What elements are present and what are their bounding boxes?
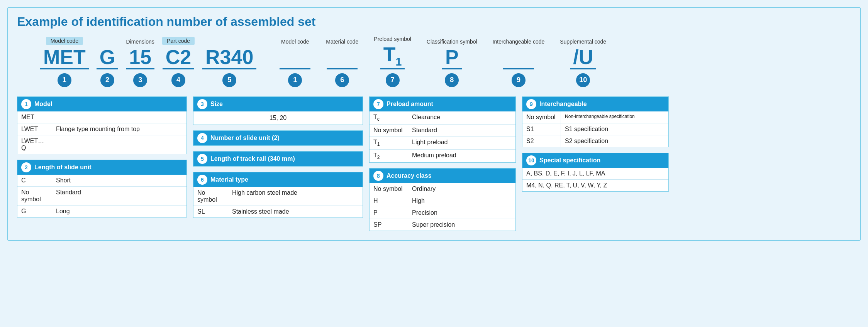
table-slide-unit-title: Number of slide unit (2)	[210, 135, 280, 142]
table-row: No symbol High carbon steel made	[193, 187, 363, 206]
table-row: G Long	[17, 206, 186, 217]
table-accuracy-body: No symbol Ordinary H High P Precision SP…	[370, 183, 515, 231]
table-model-num: 1	[21, 99, 31, 109]
diag-group-supplemental: Supplemental code /U 10	[560, 39, 606, 87]
table-length-num: 2	[21, 162, 31, 172]
table-interchangeable-header: 9 Interchangeable	[522, 97, 668, 111]
table-cell: Ordinary	[408, 183, 515, 195]
table-track-rail: 5 Length of track rail (340 mm)	[193, 151, 363, 167]
table-row: No symbol Standard	[370, 125, 515, 137]
diag-label-classification-symbol: Classification symbol	[427, 39, 477, 45]
table-cell: MET	[17, 111, 52, 123]
outer-box: Example of identification number of asse…	[7, 7, 861, 241]
diag-num-8: 8	[445, 73, 459, 87]
diag-group-modelcode2: Model code 1	[280, 39, 310, 87]
table-special-num: 10	[526, 155, 536, 165]
table-size-header: 3 Size	[193, 97, 363, 111]
table-preload-title: Preload amount	[387, 101, 433, 108]
table-cell: No symbol	[193, 187, 228, 206]
diagram: Model code MET 1 G 2 Dimensions 15 3 Par…	[17, 36, 851, 87]
table-length-title: Length of slide unit	[34, 164, 92, 171]
diag-label-dimensions: Dimensions	[126, 39, 154, 45]
table-cell: S2	[522, 135, 561, 147]
table-cell: Flange type mounting from top	[52, 123, 186, 135]
diag-num-3: 3	[133, 73, 147, 87]
diag-num-2: 2	[100, 73, 114, 87]
table-cell: Medium preload	[408, 150, 515, 162]
table-row: No symbol Non-interchangeable specificat…	[522, 111, 668, 123]
table-accuracy-title: Accuracy class	[387, 172, 432, 179]
diag-group-c2: Part code C2 4	[162, 37, 195, 87]
diag-label-model-code: Model code	[46, 37, 83, 45]
table-cell: Precision	[408, 207, 515, 219]
table-interchangeable-body: No symbol Non-interchangeable specificat…	[522, 111, 668, 147]
table-accuracy: 8 Accuracy class No symbol Ordinary H Hi…	[369, 168, 516, 231]
table-preload: 7 Preload amount Tc Clearance No symbol …	[369, 96, 516, 163]
table-track-rail-num: 5	[197, 154, 207, 164]
table-row: LWET Flange type mounting from top	[17, 123, 186, 135]
table-model-title: Model	[34, 101, 52, 108]
diag-code-t1: T1	[380, 44, 405, 69]
table-slide-unit-num: 4	[197, 133, 207, 143]
table-row: No symbol Ordinary	[370, 183, 515, 195]
col-left: 1 Model MET LWET Flange type mounting fr…	[17, 96, 187, 217]
table-track-rail-header: 5 Length of track rail (340 mm)	[193, 152, 363, 166]
table-slide-unit-header: 4 Number of slide unit (2)	[193, 131, 363, 145]
diag-num-1a: 1	[58, 73, 71, 87]
table-interchangeable-title: Interchangeable	[539, 101, 587, 108]
diag-group-materialcode: Material code 6	[326, 39, 358, 87]
table-cell: Non-interchangeable specification	[561, 111, 668, 123]
table-size-num: 3	[197, 99, 207, 109]
table-cell: 15, 20	[193, 111, 363, 125]
diag-num-1b: 1	[288, 73, 302, 87]
diag-group-met: Model code MET 1	[40, 37, 89, 87]
col-right1: 7 Preload amount Tc Clearance No symbol …	[369, 96, 516, 231]
table-cell: High carbon steel made	[228, 187, 363, 206]
table-row: 15, 20	[193, 111, 363, 125]
table-row: No symbol Standard	[17, 187, 186, 206]
table-row: LWET…Q	[17, 135, 186, 154]
diag-label-part-code: Part code	[162, 37, 195, 45]
tables-row: 1 Model MET LWET Flange type mounting fr…	[17, 96, 851, 231]
table-size-body: 15, 20	[193, 111, 363, 125]
diag-code-p: P	[442, 46, 462, 69]
table-accuracy-header: 8 Accuracy class	[370, 169, 515, 183]
table-cell: Super precision	[408, 219, 515, 231]
diag-group-classification: Classification symbol P 8	[427, 39, 477, 87]
diag-code-empty2	[327, 46, 358, 69]
table-length-body: C Short No symbol Standard G Long	[17, 175, 186, 217]
table-cell: SL	[193, 206, 228, 217]
table-cell: Light preload	[408, 137, 515, 149]
table-special-title: Special specification	[539, 157, 600, 164]
table-cell	[52, 135, 186, 154]
diag-code-c2: C2	[163, 46, 194, 69]
table-cell: LWET	[17, 123, 52, 135]
table-cell: LWET…Q	[17, 135, 52, 154]
page-title: Example of identification number of asse…	[17, 15, 851, 29]
table-size: 3 Size 15, 20	[193, 96, 363, 125]
table-cell: No symbol	[370, 183, 408, 195]
table-cell: Stainless steel made	[228, 206, 363, 217]
table-row: SP Super precision	[370, 219, 515, 231]
table-cell: S1 specification	[561, 123, 668, 135]
col-mid: 3 Size 15, 20 4 Number of slide unit (2)	[193, 96, 363, 218]
table-cell: No symbol	[17, 187, 52, 205]
table-cell: SP	[370, 219, 408, 231]
table-cell: High	[408, 195, 515, 207]
table-special-body: A, BS, D, E, F, I, J, L, LF, MA M4, N, Q…	[522, 168, 668, 191]
table-length-header: 2 Length of slide unit	[17, 160, 186, 175]
diag-num-9: 9	[512, 73, 526, 87]
table-preload-header: 7 Preload amount	[370, 97, 515, 111]
diag-code-u: /U	[570, 46, 596, 69]
diag-num-4: 4	[171, 73, 185, 87]
table-preload-num: 7	[373, 99, 383, 109]
table-cell: S1	[522, 123, 561, 135]
table-material-num: 6	[197, 175, 207, 185]
diag-label-interchangeable-code: Interchangeable code	[493, 39, 545, 45]
table-cell: P	[370, 207, 408, 219]
table-cell	[52, 111, 186, 123]
diag-label-empty1	[107, 39, 108, 45]
table-material-title: Material type	[210, 176, 248, 183]
table-row: SL Stainless steel made	[193, 206, 363, 217]
table-material-header: 6 Material type	[193, 172, 363, 187]
